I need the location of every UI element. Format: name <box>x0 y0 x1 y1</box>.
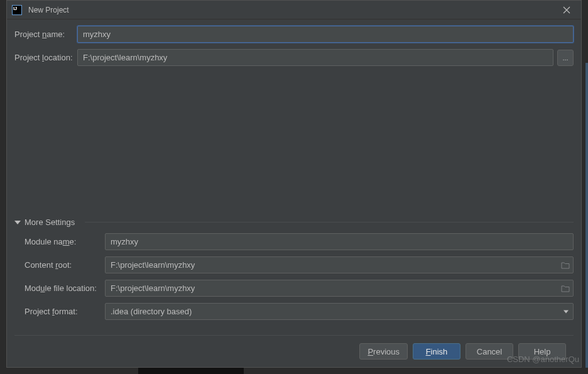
titlebar: New Project <box>7 1 581 19</box>
more-settings-panel: Module name: Content root: Module file l… <box>14 233 574 326</box>
close-button[interactable] <box>557 1 576 19</box>
button-bar: Previous Finish Cancel Help <box>14 335 574 367</box>
module-name-label: Module name: <box>24 237 105 246</box>
content-root-input[interactable] <box>105 256 574 273</box>
new-project-dialog: New Project Project name: Project locati… <box>6 0 582 368</box>
project-format-value: .idea (directory based) <box>105 303 574 320</box>
help-button[interactable]: Help <box>518 343 566 360</box>
content-root-row: Content root: <box>24 256 574 273</box>
project-name-row: Project name: <box>14 26 574 43</box>
more-settings-toggle[interactable]: More Settings <box>14 217 574 227</box>
dialog-content: Project name: Project location: ... More… <box>7 19 581 367</box>
previous-button[interactable]: Previous <box>359 343 408 360</box>
project-name-input[interactable] <box>77 26 574 43</box>
module-file-location-row: Module file location: <box>24 280 574 297</box>
browse-location-button[interactable]: ... <box>557 50 574 66</box>
project-location-input[interactable] <box>77 49 553 66</box>
window-title: New Project <box>28 6 557 14</box>
expand-icon <box>14 221 21 224</box>
more-settings-label: More Settings <box>24 217 75 227</box>
module-name-input[interactable] <box>105 233 574 250</box>
project-format-select[interactable]: .idea (directory based) <box>105 303 574 320</box>
project-name-label: Project name: <box>14 30 77 39</box>
project-format-label: Project format: <box>24 307 105 316</box>
close-icon <box>563 6 570 14</box>
finish-button[interactable]: Finish <box>413 343 460 360</box>
taskbar-fragment <box>138 368 244 374</box>
project-format-row: Project format: .idea (directory based) <box>24 303 574 320</box>
project-location-label: Project location: <box>14 53 77 62</box>
module-file-location-label: Module file location: <box>24 283 105 293</box>
module-file-location-input[interactable] <box>105 280 574 297</box>
content-root-label: Content root: <box>24 260 105 270</box>
intellij-icon <box>12 5 22 15</box>
project-location-row: Project location: ... <box>14 49 574 66</box>
folder-icon[interactable] <box>561 285 570 292</box>
module-name-row: Module name: <box>24 233 574 250</box>
cancel-button[interactable]: Cancel <box>466 343 513 360</box>
folder-icon[interactable] <box>561 261 570 269</box>
